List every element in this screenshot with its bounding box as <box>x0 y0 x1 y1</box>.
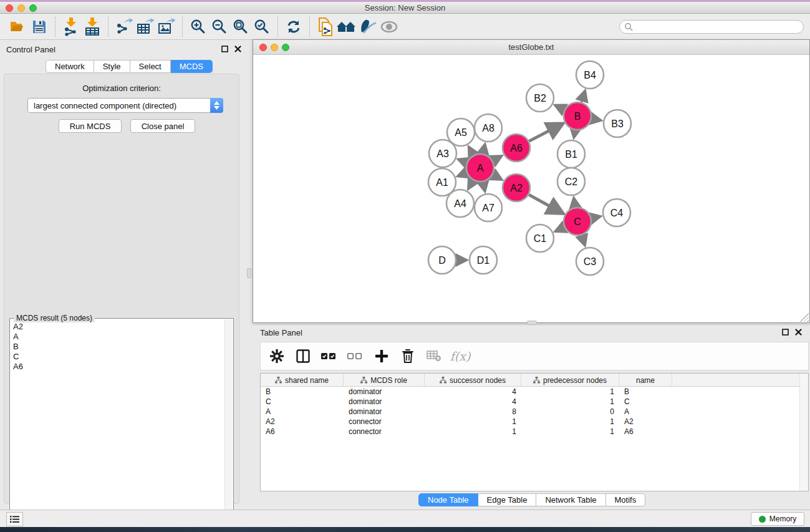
mcds-result-item[interactable]: C <box>13 352 224 362</box>
graph-node-A7[interactable]: A7 <box>475 194 502 221</box>
unchecked-boxes-icon[interactable] <box>345 346 365 366</box>
network-graph-canvas[interactable]: B4B2BB3A8A5A6A3B1AC2A1A2A4A7C4CC1DD1C3 <box>253 55 809 322</box>
graph-node-B2[interactable]: B2 <box>526 84 554 112</box>
style-brush-icon[interactable] <box>357 17 378 37</box>
close-icon[interactable] <box>795 329 802 336</box>
add-icon[interactable] <box>372 346 392 366</box>
mcds-result-item[interactable]: A <box>13 332 224 342</box>
graph-node-C2[interactable]: C2 <box>557 168 585 195</box>
memory-button[interactable]: Memory <box>751 512 804 526</box>
tab-network[interactable]: Network <box>46 60 94 73</box>
graph-edge-A2-C[interactable] <box>529 195 562 213</box>
network-window-titlebar[interactable]: testGlobe.txt <box>253 40 809 55</box>
horizontal-splitter-handle[interactable] <box>527 321 537 325</box>
table-row[interactable]: Adominator80A <box>261 407 799 417</box>
mcds-result-scrollbar[interactable] <box>224 319 233 529</box>
column-header-mcds-role[interactable]: MCDS role <box>344 374 425 387</box>
column-header-predecessor-nodes[interactable]: predecessor nodes <box>521 374 619 387</box>
columns-icon[interactable] <box>293 346 313 366</box>
graph-node-C[interactable]: C <box>564 208 591 235</box>
run-mcds-button[interactable]: Run MCDS <box>59 119 122 133</box>
resize-grip-icon[interactable] <box>800 313 809 322</box>
vertical-splitter-handle[interactable] <box>247 268 251 278</box>
graph-node-C4[interactable]: C4 <box>603 199 630 226</box>
tab-edge-table[interactable]: Edge Table <box>478 493 537 506</box>
graph-edge-A6-B[interactable] <box>529 123 562 141</box>
gear-icon[interactable] <box>267 346 287 366</box>
tab-network-table[interactable]: Network Table <box>536 493 605 506</box>
graph-edge-C-C1[interactable] <box>556 227 564 231</box>
export-image-icon[interactable] <box>156 17 177 37</box>
graph-edge-C-C2[interactable] <box>574 198 575 208</box>
close-panel-button[interactable]: Close panel <box>130 119 195 133</box>
column-header-successor-nodes[interactable]: successor nodes <box>425 374 521 387</box>
graph-node-A6[interactable]: A6 <box>503 134 530 162</box>
graph-node-B[interactable]: B <box>564 102 591 130</box>
graphics-details-eye-icon[interactable] <box>378 17 400 37</box>
save-session-icon[interactable] <box>29 17 50 37</box>
graph-edge-B-B2[interactable] <box>555 105 564 110</box>
zoom-fit-icon[interactable] <box>230 17 251 37</box>
graph-edge-C-C4[interactable] <box>591 216 600 218</box>
zoom-out-icon[interactable] <box>209 17 230 37</box>
search-input[interactable] <box>634 21 803 32</box>
graph-node-A8[interactable]: A8 <box>475 114 502 142</box>
mcds-result-item[interactable]: A6 <box>13 362 224 372</box>
import-network-icon[interactable] <box>60 17 82 37</box>
graph-edge-A-A3[interactable] <box>458 160 466 163</box>
mcds-result-item[interactable]: B <box>13 342 224 352</box>
table-row[interactable]: A2connector11A2 <box>261 417 799 427</box>
zoom-in-icon[interactable] <box>188 17 209 37</box>
graph-edge-A-A7[interactable] <box>483 182 485 191</box>
export-table-icon[interactable] <box>135 17 156 37</box>
trash-icon[interactable] <box>398 346 418 366</box>
mcds-result-list[interactable]: A2ABCA6 <box>11 321 224 529</box>
close-icon[interactable] <box>234 46 241 52</box>
open-session-icon[interactable] <box>7 17 29 37</box>
graph-node-A2[interactable]: A2 <box>503 174 530 201</box>
export-network-icon[interactable] <box>113 17 135 37</box>
graph-node-C3[interactable]: C3 <box>576 248 604 275</box>
graph-node-A3[interactable]: A3 <box>429 140 456 167</box>
column-header-shared-name[interactable]: shared name <box>261 374 344 387</box>
import-table-icon[interactable] <box>82 17 103 37</box>
graph-edge-A-A4[interactable] <box>468 180 473 188</box>
graph-node-C1[interactable]: C1 <box>526 225 554 252</box>
graph-node-A4[interactable]: A4 <box>446 190 474 217</box>
tab-mcds[interactable]: MCDS <box>171 60 213 73</box>
graph-node-B1[interactable]: B1 <box>557 140 585 168</box>
graph-edge-C-C3[interactable] <box>582 235 585 245</box>
graph-node-B4[interactable]: B4 <box>576 61 604 89</box>
tab-select[interactable]: Select <box>130 60 171 73</box>
node-table-scrollbar[interactable] <box>799 374 808 491</box>
float-window-icon[interactable] <box>221 46 228 52</box>
table-row[interactable]: Cdominator41C <box>261 397 799 407</box>
cybrowser-home-icon[interactable] <box>336 17 357 37</box>
checked-boxes-icon[interactable] <box>319 346 339 366</box>
search-box[interactable] <box>619 20 804 34</box>
graph-edge-B-B1[interactable] <box>574 130 575 138</box>
node-table[interactable]: shared nameMCDS rolesuccessor nodesprede… <box>260 373 809 491</box>
mcds-result-item[interactable]: A2 <box>13 322 224 332</box>
delete-table-icon[interactable] <box>424 346 444 366</box>
criterion-select[interactable]: largest connected component (directed) <box>27 98 223 113</box>
graph-node-D[interactable]: D <box>428 246 456 274</box>
task-history-button[interactable] <box>6 512 23 526</box>
graph-edge-B-B3[interactable] <box>592 118 601 120</box>
graph-edge-A-A8[interactable] <box>483 144 485 153</box>
graph-edge-A-A1[interactable] <box>458 173 466 176</box>
graph-edge-A-A6[interactable] <box>493 156 501 161</box>
graph-edge-B-B4[interactable] <box>582 91 585 102</box>
float-window-icon[interactable] <box>782 329 789 336</box>
refresh-icon[interactable] <box>283 17 304 37</box>
graph-node-D1[interactable]: D1 <box>470 246 497 274</box>
column-header-name[interactable]: name <box>619 374 672 387</box>
tab-motifs[interactable]: Motifs <box>606 493 646 506</box>
tab-style[interactable]: Style <box>94 60 130 73</box>
table-row[interactable]: A6connector11A6 <box>261 427 799 437</box>
function-builder-icon[interactable]: f(x) <box>450 346 470 366</box>
graph-node-A[interactable]: A <box>466 154 494 181</box>
graph-node-B3[interactable]: B3 <box>604 110 631 137</box>
tab-node-table[interactable]: Node Table <box>418 493 478 506</box>
clone-network-icon[interactable] <box>315 17 336 37</box>
